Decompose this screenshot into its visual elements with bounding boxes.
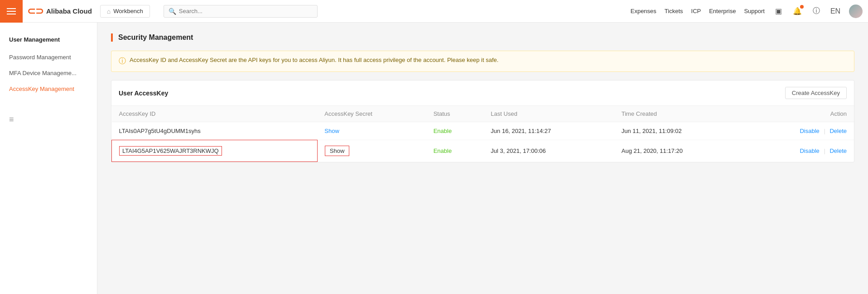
row2-id: LTAI4G5AP1V625WAJRT3RNKWJQ <box>112 140 318 162</box>
col-header-status: Status <box>426 106 484 122</box>
notification-icon[interactable]: 🔔 <box>792 6 803 17</box>
top-navigation: ⊂⊃ Alibaba Cloud ⌂ Workbench 🔍 Expenses … <box>0 0 868 23</box>
col-header-created: Time Created <box>614 106 747 122</box>
col-header-id: AccessKey ID <box>112 106 318 122</box>
table-header: AccessKey ID AccessKey Secret Status Las… <box>112 106 854 122</box>
workbench-button[interactable]: ⌂ Workbench <box>100 5 150 18</box>
row2-delete-button[interactable]: Delete <box>829 147 847 154</box>
nav-expenses[interactable]: Expenses <box>631 8 656 14</box>
row1-lastused: Jun 16, 2021, 11:14:27 <box>483 122 614 140</box>
alert-box: ⓘ AccessKey ID and AccessKey Secret are … <box>111 51 854 72</box>
nav-icp[interactable]: ICP <box>691 8 701 14</box>
row1-disable-button[interactable]: Disable <box>800 128 819 134</box>
sidebar-item-mfa[interactable]: MFA Device Manageme... <box>0 65 97 81</box>
topnav-right: Expenses Tickets ICP Enterprise Support … <box>631 5 863 18</box>
col-header-lastused: Last Used <box>483 106 614 122</box>
sidebar: User Management Password Management MFA … <box>0 23 97 294</box>
row2-disable-button[interactable]: Disable <box>800 147 819 154</box>
page-title: Security Management <box>111 33 854 42</box>
alibaba-logo-icon: ⊂⊃ <box>27 5 43 17</box>
row1-created: Jun 11, 2021, 11:09:02 <box>614 122 747 140</box>
hamburger-menu[interactable] <box>0 0 23 23</box>
row1-id: LTAIs0AP7g5tU4gDUMM1syhs <box>112 122 318 140</box>
row2-actions: Disable | Delete <box>747 140 854 162</box>
accesskey-table: AccessKey ID AccessKey Secret Status Las… <box>111 106 854 162</box>
row1-delete-button[interactable]: Delete <box>829 128 847 134</box>
row2-secret: Show <box>317 140 426 162</box>
table-body: LTAIs0AP7g5tU4gDUMM1syhs Show Enable Jun… <box>112 122 854 162</box>
row1-status-badge: Enable <box>434 128 452 134</box>
alert-text: AccessKey ID and AccessKey Secret are th… <box>130 57 498 63</box>
sidebar-item-password[interactable]: Password Management <box>0 49 97 65</box>
notification-badge <box>800 5 804 9</box>
row2-show-button[interactable]: Show <box>325 146 350 156</box>
col-header-action: Action <box>747 106 854 122</box>
accesskey-table-card: User AccessKey Create AccessKey AccessKe… <box>111 80 854 162</box>
alert-icon: ⓘ <box>119 57 126 66</box>
row2-lastused: Jul 3, 2021, 17:00:06 <box>483 140 614 162</box>
row2-created: Aug 21, 2020, 11:17:20 <box>614 140 747 162</box>
table-row: LTAIs0AP7g5tU4gDUMM1syhs Show Enable Jun… <box>112 122 854 140</box>
row2-status-badge: Enable <box>434 147 452 154</box>
screen-icon[interactable]: ▣ <box>773 6 784 17</box>
row1-status: Enable <box>426 122 484 140</box>
sidebar-section-title: User Management <box>0 32 97 49</box>
home-icon: ⌂ <box>107 8 111 15</box>
nav-tickets[interactable]: Tickets <box>665 8 683 14</box>
row1-show-button[interactable]: Show <box>324 128 339 134</box>
table-row: LTAI4G5AP1V625WAJRT3RNKWJQ Show Enable J… <box>112 140 854 162</box>
sidebar-footer: ≡ <box>0 110 97 129</box>
row1-secret: Show <box>317 122 426 140</box>
row2-id-value: LTAI4G5AP1V625WAJRT3RNKWJQ <box>119 146 222 156</box>
col-header-secret: AccessKey Secret <box>317 106 426 122</box>
row2-status: Enable <box>426 140 484 162</box>
nav-support[interactable]: Support <box>744 8 765 14</box>
search-bar: 🔍 <box>164 5 318 18</box>
search-input[interactable] <box>179 8 313 14</box>
avatar[interactable] <box>849 5 863 18</box>
avatar-image <box>849 5 863 18</box>
row1-actions: Disable | Delete <box>747 122 854 140</box>
table-card-title: User AccessKey <box>119 90 168 97</box>
table-card-header: User AccessKey Create AccessKey <box>111 81 854 106</box>
language-selector[interactable]: EN <box>830 6 841 17</box>
sidebar-item-accesskey[interactable]: AccessKey Management <box>0 81 97 97</box>
hamburger-icon <box>7 8 16 14</box>
logo[interactable]: ⊂⊃ Alibaba Cloud <box>27 5 92 17</box>
search-icon: 🔍 <box>169 8 176 15</box>
sidebar-collapse-button[interactable]: ≡ <box>9 115 14 124</box>
main-content: Security Management ⓘ AccessKey ID and A… <box>97 23 868 294</box>
create-accesskey-button[interactable]: Create AccessKey <box>785 87 847 99</box>
workbench-label: Workbench <box>113 8 143 14</box>
nav-enterprise[interactable]: Enterprise <box>709 8 736 14</box>
help-icon[interactable]: ⓘ <box>811 6 822 17</box>
logo-text: Alibaba Cloud <box>46 7 92 15</box>
page-layout: User Management Password Management MFA … <box>0 23 868 294</box>
